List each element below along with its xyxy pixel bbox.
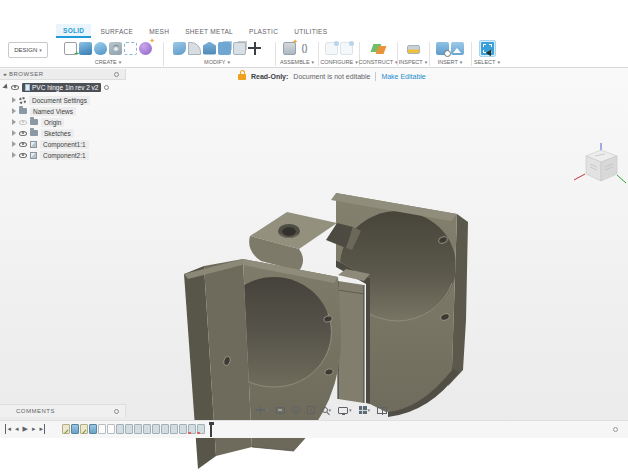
measure-icon[interactable] [407,45,420,54]
inspect-menu[interactable]: INSPECT▾ [398,59,428,65]
zoom-icon[interactable]: ▾ [322,407,332,413]
browser-row-component1[interactable]: Component1:1 [12,139,89,149]
timeline-extrude-icon[interactable] [89,424,97,434]
shell-icon[interactable] [203,42,216,55]
timeline-joint-icon[interactable] [188,424,196,434]
pan-icon[interactable]: ▾ [256,406,269,415]
revolve-icon[interactable] [94,42,107,55]
construction-plane-icon[interactable] [372,42,385,55]
panel-options-icon[interactable] [114,72,119,77]
row-label[interactable]: Component1:1 [40,140,89,149]
timeline-plane-icon[interactable] [98,424,106,434]
select-menu[interactable]: SELECT▾ [472,59,502,65]
configure-features-icon[interactable] [340,42,353,55]
move-copy-icon[interactable] [248,42,261,55]
expand-arrow-icon[interactable] [12,130,16,136]
visibility-eye-icon[interactable] [19,120,27,125]
timeline-extrude-icon[interactable] [71,424,79,434]
collapse-panel-icon[interactable]: ◂▸ [3,71,6,77]
create-menu[interactable]: CREATE▾ [56,59,160,65]
tab-sheet-metal[interactable]: SHEET METAL [178,24,240,38]
design-workspace-menu[interactable]: DESIGN ▾ [8,42,48,58]
orbit-icon[interactable] [292,406,300,414]
fit-view-icon[interactable] [276,407,285,414]
timeline-feature-icon[interactable] [152,424,160,434]
insert-derive-icon[interactable] [436,42,449,55]
timeline-feature-icon[interactable] [179,424,187,434]
browser-root-row[interactable]: PVC hinge 1in rev 2 v2 [4,82,109,92]
tab-solid[interactable]: SOLID [56,24,91,38]
row-label[interactable]: Document Settings [29,96,90,105]
play-icon[interactable]: ▶ [23,424,28,434]
go-to-start-icon[interactable]: ◂ [5,424,11,434]
browser-row-document-settings[interactable]: Document Settings [12,95,90,105]
expand-arrow-icon[interactable] [12,119,16,125]
view-cube[interactable] [570,138,628,196]
visibility-eye-icon[interactable] [19,131,27,136]
assemble-menu[interactable]: ASSEMBLE▾ [277,59,317,65]
step-back-icon[interactable]: ◂ [15,424,19,434]
select-tool-icon[interactable] [481,42,494,55]
comment-bubble-icon[interactable] [114,409,119,414]
timeline-plane-icon[interactable] [107,424,115,434]
row-label[interactable]: Named Views [30,107,76,116]
tab-utilities[interactable]: UTILITIES [287,24,334,38]
timeline-feature-icon[interactable] [143,424,151,434]
joint-icon[interactable]: () [298,42,311,55]
step-forward-icon[interactable]: ▸ [32,424,36,434]
selection-ring-icon[interactable] [104,85,109,90]
form-icon[interactable] [139,42,152,55]
insert-image-icon[interactable] [451,42,464,55]
expand-arrow-icon[interactable] [12,108,16,114]
timeline-feature-icon[interactable] [134,424,142,434]
expand-arrow-icon[interactable] [12,97,16,103]
expand-arrow-icon[interactable] [12,152,16,158]
look-at-icon[interactable] [307,406,315,414]
grid-settings-icon[interactable]: ▾ [359,406,371,414]
comments-panel-header[interactable]: COMMENTS [0,404,126,417]
new-component-icon[interactable] [283,42,296,55]
combine-icon[interactable] [218,42,231,55]
expand-arrow-icon[interactable] [12,141,16,147]
tab-plastic[interactable]: PLASTIC [242,24,285,38]
visibility-eye-icon[interactable] [19,153,27,158]
configure-menu[interactable]: CONFIGURE▾ [319,59,359,65]
create-sketch-icon[interactable] [64,42,77,55]
timeline-playhead[interactable] [210,422,212,437]
pattern-icon[interactable] [124,42,137,55]
offset-face-icon[interactable] [233,42,246,55]
tab-mesh[interactable]: MESH [142,24,176,38]
visibility-eye-icon[interactable] [11,85,19,90]
browser-row-sketches[interactable]: Sketches [12,128,74,138]
browser-row-origin[interactable]: Origin [12,117,64,127]
timeline-sketch-icon[interactable] [80,424,88,434]
row-label[interactable]: Sketches [41,129,74,138]
configuration-table-icon[interactable] [325,42,338,55]
fillet-icon[interactable] [188,42,201,55]
row-label[interactable]: Component2:1 [40,151,89,160]
viewport-canvas[interactable]: Read-Only: Document is not editable Make… [0,68,628,420]
extrude-icon[interactable] [79,42,92,55]
hole-icon[interactable] [109,42,122,55]
timeline-feature-icon[interactable] [116,424,124,434]
viewports-icon[interactable]: ▾ [377,407,391,414]
browser-row-component2[interactable]: Component2:1 [12,150,89,160]
go-to-end-icon[interactable]: ▸ [39,424,45,434]
display-settings-icon[interactable]: ▾ [338,407,352,414]
press-pull-icon[interactable] [173,42,186,55]
timeline-sketch-icon[interactable] [62,424,70,434]
timeline-feature-icon[interactable] [161,424,169,434]
expand-arrow-icon[interactable] [2,83,9,90]
timeline-feature-icon[interactable] [125,424,133,434]
document-root-label[interactable]: PVC hinge 1in rev 2 v2 [32,84,98,91]
browser-row-named-views[interactable]: Named Views [12,106,76,116]
make-editable-link[interactable]: Make Editable [381,73,425,80]
insert-menu[interactable]: INSERT▾ [430,59,470,65]
tab-surface[interactable]: SURFACE [93,24,140,38]
timeline-feature-icon[interactable] [170,424,178,434]
modify-menu[interactable]: MODIFY▾ [165,59,269,65]
timeline-options-icon[interactable] [613,427,618,432]
visibility-eye-icon[interactable] [19,142,27,147]
construct-menu[interactable]: CONSTRUCT▾ [358,59,398,65]
timeline-joint-icon[interactable] [197,424,205,434]
